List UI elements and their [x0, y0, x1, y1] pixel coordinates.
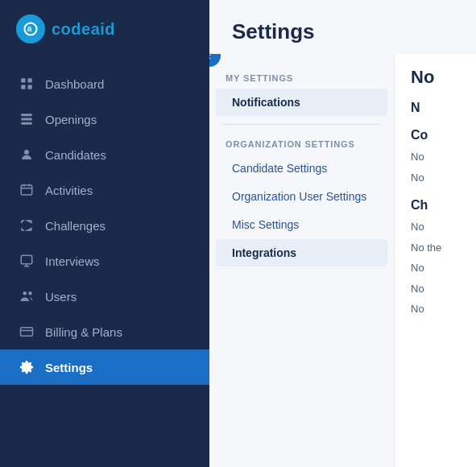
logo-code: code [52, 20, 91, 38]
nav-item-label: Integrations [232, 246, 296, 259]
right-text-4: No the [411, 240, 460, 256]
interviews-icon [19, 254, 34, 268]
sidebar-item-activities[interactable]: Activities [0, 172, 209, 208]
sidebar-item-label: Interviews [45, 254, 100, 268]
settings-nav-misc-settings[interactable]: Misc Settings [216, 211, 387, 238]
nav-item-label: Misc Settings [232, 218, 299, 231]
svg-point-17 [23, 291, 27, 295]
nav-item-label: Candidate Settings [232, 162, 327, 175]
right-text-7: No [411, 301, 460, 317]
right-text-2: No [411, 170, 460, 186]
my-settings-label: MY SETTINGS [209, 67, 394, 88]
svg-text:a: a [27, 24, 32, 33]
settings-nav-notifications[interactable]: Notifications [216, 89, 387, 116]
subsection-title-ch: Ch [411, 198, 460, 213]
svg-point-18 [28, 291, 32, 295]
sidebar-item-label: Dashboard [45, 77, 104, 91]
settings-nav-integrations[interactable]: Integrations [216, 239, 387, 267]
svg-rect-10 [21, 185, 32, 195]
nav-menu: Dashboard Openings Candidates Activities [0, 58, 209, 467]
right-text-1: No [411, 149, 460, 165]
settings-right-panel: No N Co No No Ch No No the No No No [395, 54, 476, 467]
svg-rect-14 [21, 255, 32, 264]
settings-nav-candidate-settings[interactable]: Candidate Settings [216, 155, 387, 182]
svg-rect-2 [21, 78, 25, 82]
right-text-3: No [411, 219, 460, 235]
sidebar-item-settings[interactable]: Settings [0, 349, 209, 385]
main-content: Settings ‹ MY SETTINGS Notifications ORG… [209, 0, 476, 467]
nav-item-label: Notifications [232, 96, 300, 109]
sidebar-item-label: Activities [45, 184, 93, 197]
nav-divider [222, 124, 381, 125]
candidates-icon [19, 147, 34, 162]
challenges-icon [19, 218, 34, 233]
sidebar-item-users[interactable]: Users [0, 279, 209, 314]
sidebar-item-label: Candidates [45, 148, 106, 162]
svg-rect-4 [21, 85, 25, 89]
settings-nav: ‹ MY SETTINGS Notifications ORGANIZATION… [209, 54, 395, 467]
sidebar-item-billing[interactable]: Billing & Plans [0, 314, 209, 349]
right-panel-title: No [411, 67, 460, 88]
chevron-left-icon: ‹ [209, 54, 211, 62]
svg-rect-6 [21, 114, 32, 116]
svg-rect-3 [28, 78, 32, 82]
sidebar-item-label: Users [45, 290, 77, 304]
sidebar-item-dashboard[interactable]: Dashboard [0, 66, 209, 101]
settings-title: Settings [232, 19, 453, 44]
settings-body: ‹ MY SETTINGS Notifications ORGANIZATION… [209, 54, 476, 467]
right-text-6: No [411, 281, 460, 297]
users-icon [19, 289, 34, 304]
settings-icon [19, 360, 34, 374]
logo-text: codeaid [52, 20, 115, 39]
logo-aid: aid [91, 20, 115, 38]
sidebar-item-challenges[interactable]: Challenges [0, 208, 209, 243]
svg-rect-7 [21, 118, 32, 121]
logo-area: a codeaid [0, 0, 209, 58]
org-settings-label: ORGANIZATION SETTINGS [209, 133, 394, 154]
activities-icon [19, 183, 34, 197]
sidebar-item-label: Billing & Plans [45, 325, 122, 339]
settings-header: Settings [209, 0, 476, 54]
openings-icon [19, 112, 34, 126]
sidebar: a codeaid Dashboard Openings Candidates [0, 0, 209, 467]
svg-rect-19 [21, 328, 33, 337]
svg-rect-8 [21, 122, 32, 125]
subsection-title-co: Co [411, 128, 460, 143]
nav-item-label: Organization User Settings [232, 190, 366, 203]
sidebar-item-candidates[interactable]: Candidates [0, 137, 209, 172]
logo-icon: a [16, 14, 45, 43]
svg-rect-5 [28, 85, 32, 89]
sidebar-item-openings[interactable]: Openings [0, 101, 209, 137]
right-text-5: No [411, 260, 460, 276]
dashboard-icon [19, 76, 34, 91]
sidebar-item-interviews[interactable]: Interviews [0, 243, 209, 279]
subsection-title-1: N [411, 101, 460, 115]
billing-icon [19, 324, 34, 339]
sidebar-item-label: Challenges [45, 219, 106, 233]
sidebar-item-label: Openings [45, 113, 97, 126]
sidebar-item-label: Settings [45, 361, 93, 374]
svg-point-9 [24, 150, 29, 155]
settings-nav-org-user-settings[interactable]: Organization User Settings [216, 183, 387, 210]
collapse-button[interactable]: ‹ [209, 54, 221, 67]
